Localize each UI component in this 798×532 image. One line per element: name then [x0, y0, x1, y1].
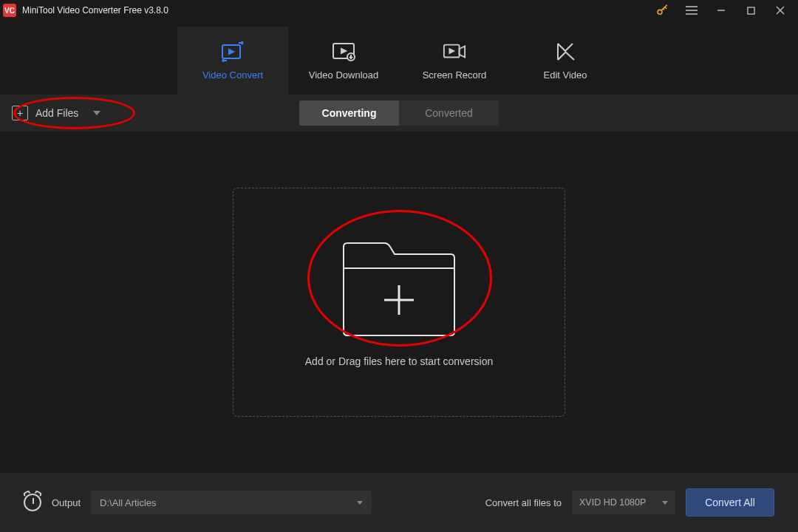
add-file-icon: +: [12, 106, 28, 120]
convert-all-button[interactable]: Convert All: [686, 488, 774, 516]
app-logo: VC: [3, 4, 16, 17]
main-nav: Video Convert Video Download Screen Reco…: [0, 21, 798, 95]
tab-label: Screen Record: [423, 69, 487, 81]
svg-marker-11: [341, 49, 346, 53]
chevron-down-icon: [93, 111, 100, 115]
tab-label: Video Download: [309, 69, 378, 81]
edit-icon: [553, 41, 577, 62]
workspace: Add or Drag files here to start conversi…: [0, 132, 798, 473]
svg-rect-5: [747, 7, 754, 13]
schedule-icon[interactable]: [24, 494, 41, 511]
tab-label: Edit Video: [543, 69, 587, 81]
tab-screen-record[interactable]: Screen Record: [399, 27, 510, 95]
tab-label: Video Convert: [202, 69, 263, 81]
tab-video-convert[interactable]: Video Convert: [177, 27, 288, 95]
maximize-button[interactable]: [736, 0, 765, 21]
footer: Output D:\All Articles Convert all files…: [0, 473, 798, 532]
key-icon[interactable]: [647, 0, 677, 21]
output-path-value: D:\All Articles: [100, 497, 157, 508]
output-format-select[interactable]: XVID HD 1080P: [572, 491, 675, 514]
hamburger-icon[interactable]: [677, 0, 706, 21]
titlebar: VC MiniTool Video Converter Free v3.8.0: [0, 0, 798, 21]
tab-converted[interactable]: Converted: [399, 100, 499, 126]
chevron-down-icon: [662, 501, 668, 505]
add-files-label: Add Files: [35, 107, 78, 119]
folder-plus-icon: [336, 237, 462, 341]
window-title: MiniTool Video Converter Free v3.8.0: [22, 5, 168, 16]
svg-marker-9: [229, 50, 233, 54]
record-icon: [443, 41, 466, 62]
tab-converting[interactable]: Converting: [299, 100, 399, 126]
tab-edit-video[interactable]: Edit Video: [510, 27, 621, 95]
convert-all-label: Convert all files to: [485, 497, 562, 508]
dropzone-hint: Add or Drag files here to start conversi…: [305, 355, 493, 367]
output-path-select[interactable]: D:\All Articles: [91, 491, 372, 514]
minimize-button[interactable]: [706, 0, 736, 21]
svg-marker-14: [449, 49, 454, 53]
add-files-button[interactable]: + Add Files: [12, 106, 100, 120]
toolbar: + Add Files Converting Converted: [0, 95, 798, 132]
conversion-state-tabs: Converting Converted: [299, 100, 499, 126]
close-button[interactable]: [765, 0, 795, 21]
file-dropzone[interactable]: Add or Drag files here to start conversi…: [233, 188, 565, 417]
chevron-down-icon: [357, 501, 363, 505]
output-label: Output: [52, 497, 81, 508]
download-icon: [332, 41, 355, 62]
convert-icon: [221, 41, 245, 62]
tab-video-download[interactable]: Video Download: [288, 27, 399, 95]
output-format-value: XVID HD 1080P: [579, 497, 646, 508]
